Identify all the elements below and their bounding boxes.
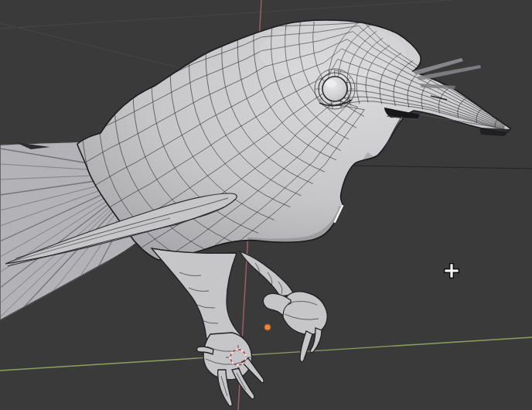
blender-3d-viewport[interactable] — [0, 0, 532, 410]
object-origin-dot — [264, 324, 271, 330]
